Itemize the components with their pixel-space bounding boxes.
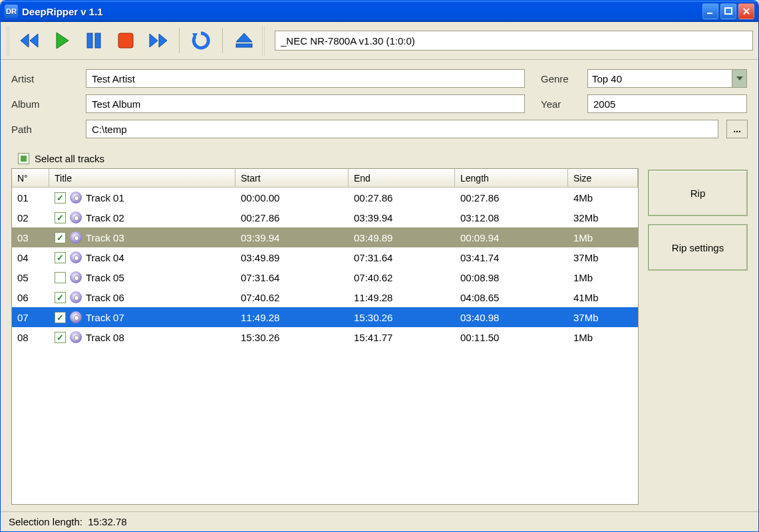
col-size[interactable]: Size xyxy=(568,169,638,187)
refresh-button[interactable] xyxy=(186,26,216,55)
year-input[interactable] xyxy=(587,94,747,113)
drive-input[interactable] xyxy=(275,31,753,51)
status-label: Selection length: xyxy=(9,516,82,527)
track-title: Track 08 xyxy=(86,332,124,343)
cd-icon xyxy=(70,331,82,343)
cell-no: 08 xyxy=(12,327,49,347)
year-label: Year xyxy=(533,98,579,110)
table-row[interactable]: 07✓Track 0711:49.2815:30.2603:40.9837Mb xyxy=(12,307,638,327)
track-checkbox[interactable]: ✓ xyxy=(55,232,66,243)
cell-end: 07:40.62 xyxy=(349,267,455,287)
table-header: N° Title Start End Length Size xyxy=(12,169,638,188)
table-row[interactable]: 01✓Track 0100:00.0000:27.8600:27.864Mb xyxy=(12,188,638,207)
cell-size: 41Mb xyxy=(568,287,638,307)
cell-no: 05 xyxy=(12,267,49,287)
col-end[interactable]: End xyxy=(349,169,455,187)
cell-size: 37Mb xyxy=(568,247,638,267)
chevron-down-icon[interactable] xyxy=(732,70,746,87)
svg-rect-0 xyxy=(707,13,712,14)
cell-no: 06 xyxy=(12,287,49,307)
cell-size: 32Mb xyxy=(568,207,638,227)
track-checkbox[interactable]: ✓ xyxy=(55,192,66,203)
cd-icon xyxy=(70,291,82,303)
cell-length: 03:12.08 xyxy=(455,207,568,227)
maximize-button[interactable] xyxy=(720,3,736,19)
select-all-label: Select all tracks xyxy=(35,153,104,164)
cell-end: 15:41.77 xyxy=(349,327,455,347)
track-checkbox[interactable] xyxy=(55,272,66,283)
table-row[interactable]: 08✓Track 0815:30.2615:41.7700:11.501Mb xyxy=(12,327,638,347)
cell-title: ✓Track 08 xyxy=(49,327,235,347)
track-title: Track 02 xyxy=(86,212,124,223)
minimize-button[interactable] xyxy=(702,3,718,19)
eject-button[interactable] xyxy=(229,26,259,55)
genre-select[interactable]: Top 40 xyxy=(587,69,747,88)
cd-icon xyxy=(70,211,82,223)
track-checkbox[interactable]: ✓ xyxy=(55,212,66,223)
track-title: Track 04 xyxy=(86,252,124,263)
cell-size: 1Mb xyxy=(568,267,638,287)
prev-button[interactable] xyxy=(15,26,45,55)
rip-settings-button[interactable]: Rip settings xyxy=(648,224,748,271)
artist-label: Artist xyxy=(11,73,78,84)
table-row[interactable]: 06✓Track 0607:40.6211:49.2804:08.6541Mb xyxy=(12,287,638,307)
track-title: Track 05 xyxy=(86,272,124,283)
next-button[interactable] xyxy=(143,26,172,55)
album-input[interactable] xyxy=(86,94,525,113)
toolbar-separator xyxy=(222,28,223,53)
rip-button[interactable]: Rip xyxy=(648,170,748,216)
track-title: Track 07 xyxy=(86,312,124,323)
track-table: N° Title Start End Length Size 01✓Track … xyxy=(11,168,639,505)
col-length[interactable]: Length xyxy=(455,169,568,187)
col-title[interactable]: Title xyxy=(49,169,235,187)
album-label: Album xyxy=(11,98,78,110)
form-area: Artist Genre Top 40 Album Year Path xyxy=(1,60,758,149)
table-row[interactable]: 02✓Track 0200:27.8603:39.9403:12.0832Mb xyxy=(12,207,638,227)
pause-button[interactable] xyxy=(79,26,108,55)
cell-title: ✓Track 06 xyxy=(49,287,235,307)
cd-icon xyxy=(70,271,82,283)
artist-input[interactable] xyxy=(86,69,525,88)
cell-title: ✓Track 01 xyxy=(49,188,235,207)
track-checkbox[interactable]: ✓ xyxy=(55,252,66,263)
cell-end: 11:49.28 xyxy=(349,287,455,307)
cell-end: 15:30.26 xyxy=(349,307,455,327)
close-button[interactable] xyxy=(738,3,754,19)
cell-end: 07:31.64 xyxy=(349,247,455,267)
path-input[interactable] xyxy=(86,120,718,138)
titlebar-text: DeepRipper v 1.1 xyxy=(22,6,702,17)
track-checkbox[interactable]: ✓ xyxy=(55,292,66,303)
cell-no: 03 xyxy=(12,227,49,247)
cell-title: ✓Track 03 xyxy=(49,227,235,247)
table-row[interactable]: 03✓Track 0303:39.9403:49.8900:09.941Mb xyxy=(12,227,638,247)
cell-start: 03:49.89 xyxy=(235,247,349,267)
svg-rect-4 xyxy=(118,33,133,48)
track-checkbox[interactable]: ✓ xyxy=(55,312,66,323)
stop-button[interactable] xyxy=(111,26,140,55)
cell-start: 07:40.62 xyxy=(235,287,349,307)
cell-end: 00:27.86 xyxy=(349,188,455,207)
cell-title: ✓Track 07 xyxy=(49,307,235,327)
cell-end: 03:39.94 xyxy=(349,207,455,227)
svg-rect-5 xyxy=(236,44,252,47)
cell-length: 00:27.86 xyxy=(455,188,568,207)
table-row[interactable]: 04✓Track 0403:49.8907:31.6403:41.7437Mb xyxy=(12,247,638,267)
cell-end: 03:49.89 xyxy=(349,227,455,247)
cell-length: 00:08.98 xyxy=(455,267,568,287)
play-button[interactable] xyxy=(47,26,76,55)
track-checkbox[interactable]: ✓ xyxy=(55,332,66,343)
select-all-checkbox[interactable] xyxy=(18,153,29,164)
cell-no: 01 xyxy=(12,188,49,207)
cell-size: 4Mb xyxy=(568,188,638,207)
table-body: 01✓Track 0100:00.0000:27.8600:27.864Mb02… xyxy=(12,188,638,504)
col-start[interactable]: Start xyxy=(235,169,349,187)
toolbar-separator xyxy=(179,28,180,53)
browse-button[interactable]: ... xyxy=(726,120,748,138)
titlebar[interactable]: DR DeepRipper v 1.1 xyxy=(1,1,758,22)
cell-no: 04 xyxy=(12,247,49,267)
cell-length: 00:11.50 xyxy=(455,327,568,347)
col-no[interactable]: N° xyxy=(12,169,49,187)
cell-start: 15:30.26 xyxy=(235,327,349,347)
cell-title: ✓Track 04 xyxy=(49,247,235,267)
table-row[interactable]: 05Track 0507:31.6407:40.6200:08.981Mb xyxy=(12,267,638,287)
